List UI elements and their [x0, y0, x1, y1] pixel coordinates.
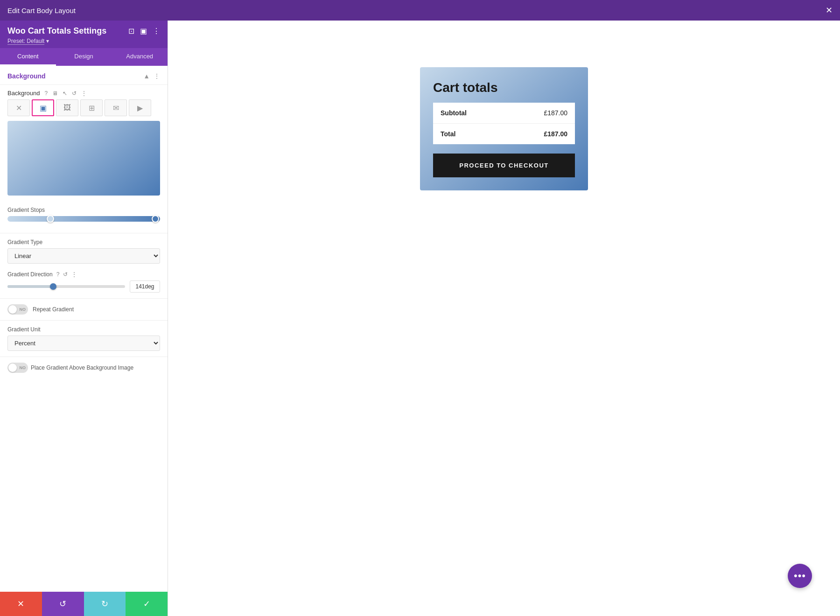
bg-type-pattern[interactable]: ✉	[105, 99, 127, 116]
divider-4	[0, 357, 168, 357]
direction-help-icon[interactable]: ?	[56, 271, 60, 278]
toggle-text-2: NO	[20, 365, 26, 370]
sidebar-content: Background ▲ ⋮ Background ? 🖥 ↖ ↺ ⋮ ✕ ▣	[0, 66, 168, 592]
tab-design[interactable]: Design	[56, 48, 112, 66]
gradient-stops-field: Gradient Stops	[0, 203, 168, 231]
section-title-icons: ▲ ⋮	[143, 72, 160, 80]
bg-cursor-icon[interactable]: ↖	[63, 90, 67, 97]
main-layout: Woo Cart Totals Settings ⊡ ▣ ⋮ Preset: D…	[0, 21, 840, 616]
top-bar-title: Edit Cart Body Layout	[7, 7, 76, 14]
bg-type-none[interactable]: ✕	[7, 99, 30, 116]
save-button[interactable]: ✓	[126, 592, 168, 616]
bottom-bar: ✕ ↺ ↻ ✓	[0, 592, 168, 616]
gradient-type-label: Gradient Type	[7, 239, 160, 245]
direction-more-icon[interactable]: ⋮	[71, 271, 77, 278]
cart-totals-title: Cart totals	[433, 80, 575, 95]
total-label: Total	[433, 124, 506, 145]
gradient-stop-2[interactable]	[152, 215, 159, 223]
toggle-knob	[8, 305, 17, 314]
bg-field-label: Background	[7, 90, 40, 97]
gradient-direction-field: Gradient Direction ? ↺ ⋮	[0, 267, 168, 296]
cart-table: Subtotal £187.00 Total £187.00	[433, 103, 575, 144]
repeat-gradient-toggle[interactable]: NO	[7, 304, 28, 315]
responsive-icon[interactable]: ⊡	[128, 27, 134, 35]
subtotal-value: £187.00	[506, 103, 575, 124]
sidebar-title-icons: ⊡ ▣ ⋮	[128, 27, 160, 35]
bg-device-icon[interactable]: 🖥	[52, 90, 58, 97]
gradient-direction-value[interactable]	[130, 280, 160, 293]
undo-button[interactable]: ↺	[42, 592, 84, 616]
preset-label: Preset: Default	[7, 38, 44, 45]
collapse-icon[interactable]: ▲	[143, 72, 150, 80]
gradient-unit-select[interactable]: Percent Pixels	[7, 336, 160, 351]
panel-icon[interactable]: ▣	[140, 27, 147, 35]
gradient-stops-label: Gradient Stops	[7, 207, 160, 213]
gradient-preview[interactable]	[7, 121, 160, 196]
sidebar-title: Woo Cart Totals Settings	[7, 26, 106, 36]
gradient-stop-1[interactable]	[47, 215, 54, 223]
floating-action-button[interactable]: •••	[788, 564, 812, 588]
canvas-area: Cart totals Subtotal £187.00 Total £187.…	[168, 21, 840, 616]
preset-row[interactable]: Preset: Default ▾	[7, 38, 160, 48]
close-button[interactable]: ✕	[826, 5, 833, 15]
repeat-gradient-label: Repeat Gradient	[33, 306, 74, 313]
total-value: £187.00	[506, 124, 575, 145]
top-bar: Edit Cart Body Layout ✕	[0, 0, 840, 21]
section-title-text: Background	[7, 72, 46, 80]
section-title: Background	[7, 72, 46, 80]
gradient-direction-slider-row	[7, 280, 160, 293]
place-gradient-row: NO Place Gradient Above Background Image	[0, 359, 168, 377]
tab-advanced[interactable]: Advanced	[112, 48, 168, 66]
direction-label-row: Gradient Direction ? ↺ ⋮	[7, 271, 160, 278]
bg-label-row: Background ? 🖥 ↖ ↺ ⋮	[0, 85, 168, 99]
bg-more-icon[interactable]: ⋮	[81, 90, 87, 97]
bg-type-video[interactable]: ▶	[129, 99, 151, 116]
divider-1	[0, 233, 168, 233]
toggle-knob-2	[8, 364, 17, 372]
sidebar-title-row: Woo Cart Totals Settings ⊡ ▣ ⋮	[7, 26, 160, 36]
section-more-icon[interactable]: ⋮	[154, 72, 160, 80]
more-icon[interactable]: ⋮	[153, 27, 160, 35]
table-row: Total £187.00	[433, 124, 575, 145]
gradient-direction-thumb[interactable]	[50, 283, 56, 290]
tab-content[interactable]: Content	[0, 48, 56, 66]
bg-help-icon[interactable]: ?	[44, 90, 48, 97]
bg-type-icons: ✕ ▣ 🖼 ⊞ ✉ ▶	[0, 99, 168, 121]
place-gradient-label: Place Gradient Above Background Image	[31, 364, 133, 372]
sidebar-header: Woo Cart Totals Settings ⊡ ▣ ⋮ Preset: D…	[0, 21, 168, 48]
gradient-unit-label: Gradient Unit	[7, 326, 160, 333]
repeat-gradient-row: NO Repeat Gradient	[0, 301, 168, 318]
redo-button[interactable]: ↻	[84, 592, 126, 616]
gradient-direction-track[interactable]	[7, 285, 125, 288]
section-header: Background ▲ ⋮	[0, 66, 168, 85]
bg-type-image[interactable]: 🖼	[56, 99, 78, 116]
gradient-unit-field: Gradient Unit Percent Pixels	[0, 322, 168, 355]
bg-reset-icon[interactable]: ↺	[72, 90, 77, 97]
gradient-type-select[interactable]: Linear Radial	[7, 248, 160, 264]
sidebar: Woo Cart Totals Settings ⊡ ▣ ⋮ Preset: D…	[0, 21, 168, 616]
gradient-stops-track[interactable]	[7, 216, 160, 222]
tabs: Content Design Advanced	[0, 48, 168, 66]
gradient-direction-label: Gradient Direction	[7, 271, 53, 278]
direction-reset-icon[interactable]: ↺	[63, 271, 68, 278]
subtotal-label: Subtotal	[433, 103, 506, 124]
table-row: Subtotal £187.00	[433, 103, 575, 124]
divider-2	[0, 298, 168, 299]
bg-type-classic[interactable]: ▣	[32, 99, 54, 116]
divider-3	[0, 320, 168, 321]
gradient-type-field: Gradient Type Linear Radial	[0, 235, 168, 267]
cart-totals-widget: Cart totals Subtotal £187.00 Total £187.…	[420, 67, 588, 190]
toggle-text: NO	[20, 307, 26, 312]
place-gradient-toggle[interactable]: NO	[7, 363, 28, 373]
bg-type-gradient-image[interactable]: ⊞	[80, 99, 103, 116]
checkout-button[interactable]: PROCEED TO CHECKOUT	[433, 154, 575, 177]
cancel-button[interactable]: ✕	[0, 592, 42, 616]
